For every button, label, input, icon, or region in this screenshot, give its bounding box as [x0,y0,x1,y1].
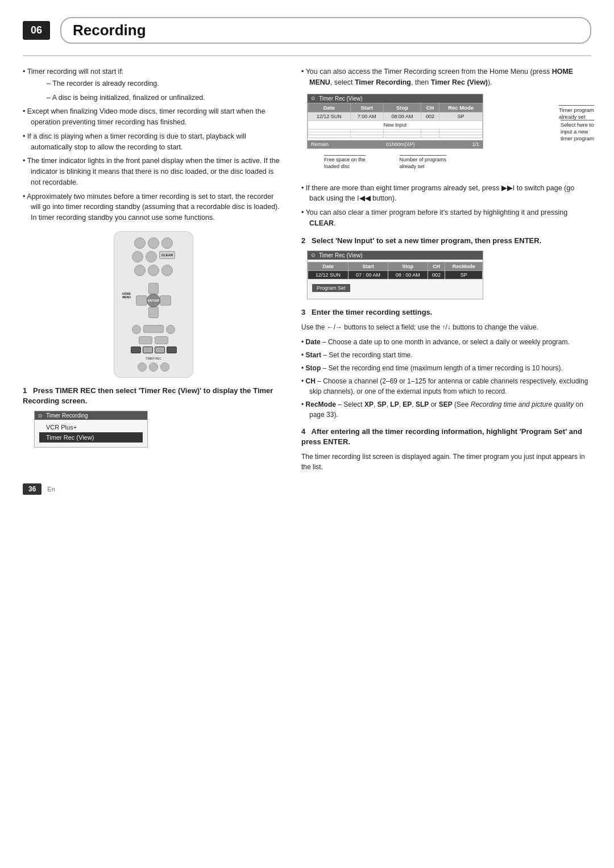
right-top-bullet: You can also access the Timer Recording … [301,66,591,88]
footer-space: 01h00m(XP) [386,141,415,147]
step4-label: 4 After entering all the timer recording… [301,427,591,447]
empty-row-4 [308,135,483,137]
remote-btn-8 [161,265,173,276]
annotation3-text: Free space on theloaded disc [324,155,366,170]
ffwd-btn[interactable] [167,347,177,353]
step3-intro: Use the ←/→ buttons to select a field; u… [301,322,591,332]
step3-label: 3 Enter the timer recording settings. [301,307,591,318]
def-recmode: RecMode – Select XP, SP, LP, EP, SLP or … [301,399,591,420]
cell-recmode-1: SP [439,112,483,120]
col2-date: Date [308,262,349,270]
col2-recmode: RecMode [445,262,483,270]
def-stop: Stop – Set the recording end time (maxim… [301,363,591,373]
def-ch: CH – Choose a channel (2–69 or 1–125 for… [301,376,591,397]
remote-row-bottom [138,362,169,372]
screen1-item-timerrecview[interactable]: Timer Rec (View) [39,432,143,443]
footer-pages: 1/1 [472,141,479,147]
nav-right-btn[interactable] [160,295,171,306]
nav-up-btn[interactable] [148,283,159,294]
rewind-btn[interactable] [131,347,141,353]
remote-row-3 [134,265,173,276]
def-date: Date – Choose a date up to one month in … [301,337,591,347]
screen1-box: ⊙ Timer Recording VCR Plus+ Timer Rec (V… [34,411,148,448]
remote-row-5 [139,336,168,344]
remote-btn-10 [143,325,164,333]
bullet-2: Except when finalizing Video mode discs,… [23,106,284,128]
hl-ch: 002 [428,270,445,279]
home-menu-label: HOMEMENU [122,292,131,299]
main-content: Timer recording will not start if: The r… [23,66,591,472]
timer-table-footer: Remain 01h00m(XP) 1/1 [308,140,483,148]
screen1-item-vcrplus: VCR Plus+ [39,422,143,432]
page-lang: En [47,486,55,493]
enter-button[interactable]: ENTER [147,294,160,307]
remote-btn-16 [160,362,169,372]
remote-btn-3 [161,237,173,249]
disc-icon: ⊙ [38,413,43,419]
screen2-titlebar: ⊙ Timer Rec (View) [308,94,483,103]
new-input-cell: New Input [308,120,483,129]
remote-transport-row [131,347,177,353]
right-bullet-top: You can also access the Timer Recording … [301,66,591,88]
hl-start: 07 : 00 AM [349,270,388,279]
clear-button[interactable]: CLEAR [159,251,175,259]
page-title: Recording [60,17,591,44]
hl-stop: 08 : 00 AM [388,270,428,279]
timer-table2: Date Start Stop CH RecMode 12/12 SUN 07 … [308,262,483,279]
remote-btn-9 [132,325,141,334]
bullet-3: If a disc is playing when a timer record… [23,131,284,153]
remote-btn-5 [146,251,157,262]
new-input-row[interactable]: New Input [308,120,483,129]
cell-start-1: 7:00 AM [350,112,384,120]
right-bullet-2-2: You can also clear a timer program befor… [301,207,591,229]
screen1-titlebar: ⊙ Timer Recording [35,411,147,420]
screen3-box: ⊙ Timer Rec (View) Date Start Stop CH Re… [307,251,483,299]
timer-rec-label: TIMER REC [146,357,161,360]
hl-recmode: SP [445,270,483,279]
screen3-title: Timer Rec (View) [319,252,363,258]
right-bullets-2: If there are more than eight timer progr… [301,183,591,229]
remote-btn-12 [139,336,152,344]
nav-down-btn[interactable] [148,307,159,318]
footer-remain: Remain [311,141,329,147]
step1-label: 1 Press TIMER REC then select 'Timer Rec… [23,386,284,406]
step4-text: The timer recording list screen is displ… [301,452,591,472]
remote-btn-6 [134,265,146,276]
disc-icon-2: ⊙ [311,95,316,101]
pause-btn[interactable] [155,347,165,353]
col2-ch: CH [428,262,445,270]
remote-btn-15 [149,362,158,372]
col-start: Start [350,103,384,112]
program-set-area: Program Set [308,279,483,294]
bullet-1-sub2: A disc is being initialized, finalized o… [39,93,284,103]
remote-btn-1 [134,237,146,249]
screen2-title: Timer Rec (View) [319,95,363,102]
screen2-box: ⊙ Timer Rec (View) Date Start Stop CH Re… [307,94,483,149]
screen3-body: Date Start Stop CH RecMode 12/12 SUN 07 … [308,260,483,299]
cell-date-1: 12/12 SUN [308,112,351,120]
step2-label: 2 Select 'New Input' to set a new timer … [301,236,591,246]
cell-stop-1: 08:00 AM [384,112,421,120]
col-recmode: Rec Mode [439,103,483,112]
left-column: Timer recording will not start if: The r… [23,66,296,472]
annotation-timer-program: Timer programalready set [559,105,594,121]
program-set-button[interactable]: Program Set [312,284,350,292]
chapter-badge: 06 [23,21,50,40]
screen3-area: ⊙ Timer Rec (View) Date Start Stop CH Re… [307,251,591,299]
play-btn[interactable] [143,347,153,353]
ec-11 [308,135,351,137]
screen2-area: ⊙ Timer Rec (View) Date Start Stop CH Re… [307,94,591,149]
bullet-1-sub1: The recorder is already recording. [39,78,284,89]
bullet-4: The timer indicator lights in the front … [23,156,284,187]
remote-btn-14 [138,362,147,372]
bottom-annotations: Free space on theloaded disc Number of p… [324,155,446,170]
annotation2-text: Select here toinput a newtimer program [561,122,594,143]
col-stop: Stop [384,103,421,112]
nav-left-btn[interactable] [136,295,147,306]
header-divider [23,55,591,56]
remote-row-2: CLEAR [132,251,175,262]
ec-15 [439,135,483,137]
ec-12 [350,135,384,137]
screen1-body: VCR Plus+ Timer Rec (View) [35,420,147,447]
page-footer: 36 En [23,483,591,495]
